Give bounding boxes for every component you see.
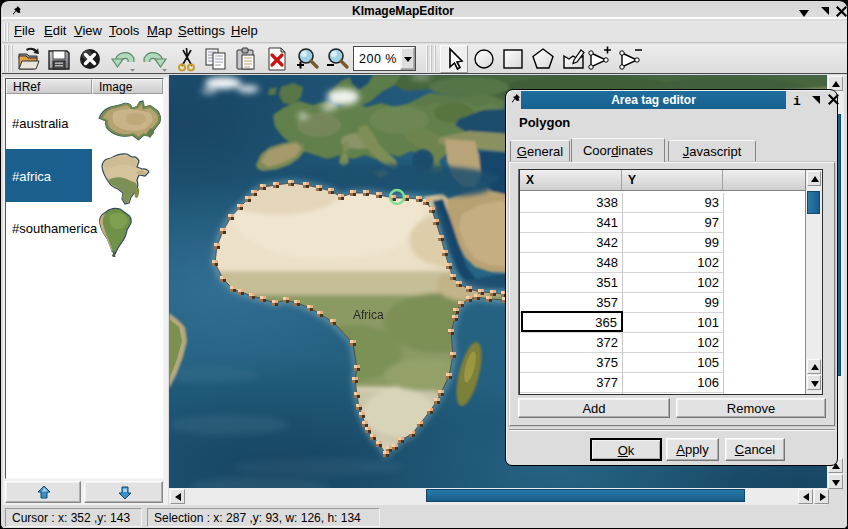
svg-text:Africa: Africa xyxy=(353,308,384,322)
